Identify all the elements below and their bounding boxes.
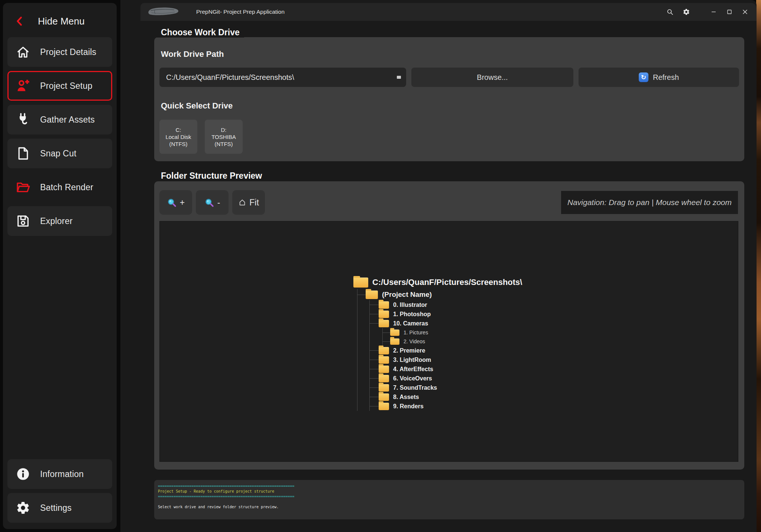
sidebar-item-label: Project Setup bbox=[40, 81, 93, 91]
tree-node: 2. Premiere bbox=[370, 346, 522, 355]
refresh-button[interactable]: ↻ Refresh bbox=[579, 68, 739, 87]
search-icon[interactable] bbox=[664, 6, 676, 17]
folder-open-icon bbox=[16, 180, 30, 195]
folder-icon bbox=[379, 356, 389, 364]
work-drive-path-input[interactable] bbox=[159, 73, 397, 82]
zoom-in-label: + bbox=[180, 198, 185, 208]
tree-node-label: 1. Photoshop bbox=[393, 311, 431, 318]
folder-icon bbox=[366, 291, 378, 299]
tree-row: 1. Pictures bbox=[383, 328, 522, 337]
tree-row: 0. Illustrator bbox=[370, 300, 522, 309]
tree-node: 3. LightRoom bbox=[370, 355, 522, 364]
sidebar-item-label: Explorer bbox=[40, 216, 72, 226]
chevron-left-icon bbox=[14, 16, 25, 27]
folder-icon bbox=[390, 330, 399, 336]
tree-node-label: 0. Illustrator bbox=[393, 302, 427, 308]
tree-connector-line bbox=[370, 378, 379, 379]
status-separator: ========================================… bbox=[158, 484, 294, 489]
tree-connector-line bbox=[383, 341, 390, 342]
plug-icon bbox=[16, 112, 30, 127]
drive-button-c[interactable]: C:Local Disk(NTFS) bbox=[159, 120, 197, 154]
zoom-in-button[interactable]: + bbox=[159, 190, 192, 215]
drive-button-d[interactable]: D:TOSHIBA(NTFS) bbox=[205, 120, 243, 154]
tree-row: C:/Users/QuanF/Pictures/Screenshots\ bbox=[353, 276, 522, 289]
main-content-region: Choose Work Drive Folder Structure Previ… bbox=[120, 0, 757, 532]
tree-node: 8. Assets bbox=[370, 392, 522, 402]
sidebar-item-snap-cut[interactable]: Snap Cut bbox=[7, 139, 112, 168]
sidebar-item-explorer[interactable]: Explorer bbox=[7, 206, 112, 236]
work-drive-path-combobox[interactable] bbox=[159, 68, 406, 87]
fit-button[interactable]: Fit bbox=[232, 190, 265, 215]
close-icon[interactable] bbox=[739, 6, 751, 17]
sidebar-item-information[interactable]: Information bbox=[7, 459, 112, 489]
sidebar-item-gather-assets[interactable]: Gather Assets bbox=[7, 105, 112, 134]
tree-row: (Project Name) bbox=[357, 289, 522, 300]
tree-node: 6. VoiceOvers bbox=[370, 374, 522, 383]
drive-button-line: TOSHIBA bbox=[205, 133, 243, 140]
app-window: Choose Work Drive Folder Structure Previ… bbox=[0, 0, 761, 532]
folder-icon bbox=[379, 311, 389, 318]
browse-button[interactable]: Browse... bbox=[411, 68, 573, 87]
folder-icon bbox=[379, 347, 389, 354]
folder-icon bbox=[353, 278, 368, 288]
sidebar-item-project-setup[interactable]: Project Setup bbox=[7, 71, 112, 101]
tree-connector-line bbox=[370, 305, 379, 305]
sidebar-item-label: Information bbox=[40, 469, 84, 479]
sidebar-footer: InformationSettings bbox=[3, 459, 117, 527]
status-body: Select work drive and review folder stru… bbox=[158, 505, 294, 510]
zoom-out-label: - bbox=[217, 198, 220, 208]
settings-gear-icon[interactable] bbox=[681, 6, 692, 17]
status-panel: ========================================… bbox=[154, 480, 744, 519]
tree-node-label: 7. SoundTracks bbox=[393, 385, 437, 391]
tree-node: 10. Cameras1. Pictures2. Videos bbox=[370, 319, 522, 346]
maximize-icon[interactable] bbox=[724, 6, 735, 17]
tree-row: 6. VoiceOvers bbox=[370, 374, 522, 383]
sidebar-item-project-details[interactable]: Project Details bbox=[7, 37, 112, 67]
tree-row: 9. Renders bbox=[370, 402, 522, 411]
hide-menu-button[interactable]: Hide Menu bbox=[14, 13, 117, 30]
sidebar-item-label: Snap Cut bbox=[40, 149, 77, 159]
house-icon bbox=[238, 198, 246, 207]
tree-connector-line bbox=[370, 360, 379, 360]
tree-node-label: C:/Users/QuanF/Pictures/Screenshots\ bbox=[372, 278, 522, 287]
titlebar[interactable]: PrepNGit- Project Prep Application bbox=[140, 3, 757, 21]
person-plus-icon bbox=[16, 78, 30, 93]
folder-icon bbox=[379, 301, 389, 309]
tree-node-label: 9. Renders bbox=[393, 403, 424, 410]
fit-label: Fit bbox=[249, 198, 259, 208]
titlebar-controls bbox=[664, 6, 757, 17]
navigation-hint: Navigation: Drag to pan | Mouse wheel to… bbox=[561, 191, 738, 214]
minimize-icon[interactable] bbox=[708, 6, 719, 17]
document-icon bbox=[16, 146, 30, 161]
tree-node: 1. Photoshop bbox=[370, 309, 522, 319]
tree-row: 3. LightRoom bbox=[370, 355, 522, 364]
tree-node: 9. Renders bbox=[370, 402, 522, 411]
sidebar-item-settings[interactable]: Settings bbox=[7, 493, 112, 523]
tree-children: (Project Name)0. Illustrator1. Photoshop… bbox=[357, 289, 522, 411]
tree-connector-line bbox=[357, 295, 366, 295]
tree-node: 4. AfterEffects bbox=[370, 364, 522, 374]
zoom-out-button[interactable]: - bbox=[196, 190, 229, 215]
folder-icon bbox=[379, 384, 389, 392]
sidebar-item-batch-render[interactable]: Batch Render bbox=[7, 172, 112, 202]
work-drive-path-label: Work Drive Path bbox=[161, 49, 224, 59]
drive-button-line: Local Disk bbox=[159, 133, 197, 140]
tree-node-label: 10. Cameras bbox=[393, 320, 428, 327]
sidebar-item-label: Project Details bbox=[40, 47, 96, 57]
tree-node: C:/Users/QuanF/Pictures/Screenshots\(Pro… bbox=[353, 276, 522, 411]
choose-work-drive-title: Choose Work Drive bbox=[156, 27, 244, 38]
app-logo bbox=[146, 6, 181, 17]
folder-tree-canvas[interactable]: C:/Users/QuanF/Pictures/Screenshots\(Pro… bbox=[159, 221, 738, 462]
folder-preview-panel: + - Fit Navigation: Drag to pan | Mouse … bbox=[154, 181, 744, 470]
tree-node-label: 2. Videos bbox=[404, 338, 425, 344]
folder-icon bbox=[379, 366, 389, 373]
tree-node-label: 1. Pictures bbox=[404, 330, 428, 335]
tree-node: 1. Pictures bbox=[383, 328, 522, 337]
tree-node-label: 8. Assets bbox=[393, 394, 419, 400]
drive-button-line: D: bbox=[205, 126, 243, 133]
refresh-button-label: Refresh bbox=[653, 73, 679, 82]
combobox-dropdown-icon[interactable] bbox=[397, 76, 401, 79]
tree-node-label: 3. LightRoom bbox=[393, 357, 431, 363]
tree-children: 1. Pictures2. Videos bbox=[382, 328, 522, 346]
gear-icon bbox=[16, 500, 30, 515]
